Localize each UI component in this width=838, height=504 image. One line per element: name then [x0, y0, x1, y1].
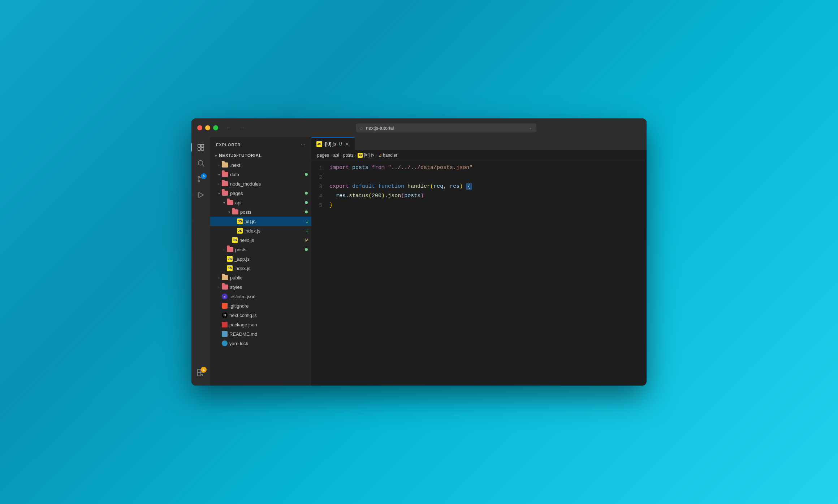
svg-rect-11 [198, 373, 201, 376]
public-folder-icon [222, 275, 228, 280]
js-file-icon: JS [232, 237, 238, 243]
code-line-2: 2 [311, 173, 647, 182]
sidebar-item-public[interactable]: public [210, 273, 311, 282]
activity-bar: 6 1 [191, 137, 210, 386]
spacer [216, 294, 222, 299]
traffic-lights [197, 125, 218, 130]
extensions-badge: 1 [201, 367, 207, 373]
sidebar-item-app-js[interactable]: JS _app.js [210, 254, 311, 264]
search-activity-icon[interactable] [194, 156, 208, 170]
line-content-2 [329, 173, 647, 182]
breadcrumb-api: api [333, 153, 339, 158]
tab-label: [id].js [325, 141, 336, 147]
title-bar: ← → ⌕ nextjs-tutorial ⌄ [191, 118, 647, 137]
svg-point-6 [198, 176, 200, 178]
sidebar-more-button[interactable]: ··· [301, 142, 306, 148]
yarn-lock-label: yarn.lock [229, 341, 248, 346]
maximize-button[interactable] [213, 125, 218, 130]
index-js-posts-label: index.js [245, 228, 260, 234]
line-content-1: import posts from "../../../data/posts.j… [329, 164, 647, 172]
root-chevron [213, 153, 219, 158]
spacer [216, 312, 222, 318]
line-number-5: 5 [311, 201, 329, 209]
tab-js-icon: JS [316, 141, 322, 147]
sidebar-item-yarn-lock[interactable]: yarn.lock [210, 339, 311, 348]
sidebar-header: EXPLORER ··· [210, 137, 311, 151]
extensions-activity-icon[interactable]: 1 [194, 365, 208, 380]
pkg-file-icon [222, 322, 228, 327]
main-layout: 6 1 EXPLORER ··· [191, 137, 647, 386]
close-button[interactable] [197, 125, 202, 130]
svg-rect-13 [198, 369, 201, 373]
git-badge: 6 [201, 173, 207, 179]
explorer-activity-icon[interactable] [194, 140, 208, 155]
spacer [231, 218, 237, 224]
pages-folder-icon [222, 191, 228, 196]
forward-button[interactable]: → [237, 124, 247, 132]
next-config-label: next.config.js [229, 313, 257, 318]
git-activity-icon[interactable]: 6 [194, 172, 208, 186]
posts-pages-dot [305, 248, 308, 251]
sidebar-item-index-js-posts[interactable]: JS index.js U [210, 226, 311, 235]
root-folder[interactable]: NEXTJS-TUTORIAL [210, 151, 311, 160]
spacer [216, 331, 222, 337]
sidebar-item-hello-js[interactable]: JS hello.js M [210, 235, 311, 245]
sidebar-item-id-js[interactable]: JS [id].js U [210, 217, 311, 226]
sidebar-item-next[interactable]: .next [210, 160, 311, 170]
tab-close-button[interactable]: ✕ [345, 142, 349, 147]
breadcrumb-file: JS[id].js [358, 152, 374, 158]
svg-rect-2 [198, 148, 200, 150]
line-content-4: res.status(200).json(posts) [329, 192, 647, 200]
sidebar-item-index-js-pages[interactable]: JS index.js [210, 264, 311, 273]
minimize-button[interactable] [205, 125, 210, 130]
js-file-icon: JS [237, 218, 243, 224]
posts-pages-label: posts [235, 247, 246, 252]
svg-rect-3 [201, 148, 204, 150]
spacer [216, 322, 222, 327]
sidebar-item-pages[interactable]: pages [210, 188, 311, 198]
tab-id-js[interactable]: JS [id].js U ✕ [311, 137, 355, 150]
tab-bar: JS [id].js U ✕ [311, 137, 647, 150]
chevron-down-icon: ⌄ [529, 126, 532, 130]
sidebar-item-node-modules[interactable]: node_modules [210, 179, 311, 188]
hello-js-label: hello.js [239, 238, 254, 243]
search-value: nextjs-tutorial [366, 125, 394, 131]
sidebar: EXPLORER ··· NEXTJS-TUTORIAL .next [210, 137, 311, 386]
code-editor[interactable]: 1 import posts from "../../../data/posts… [311, 160, 647, 386]
sidebar-item-api[interactable]: api [210, 198, 311, 207]
sidebar-item-package-json[interactable]: package.json [210, 320, 311, 329]
back-button[interactable]: ← [224, 124, 234, 132]
breadcrumb-sep-2: › [340, 153, 342, 157]
sidebar-item-eslintrc[interactable]: E .eslintrc.json [210, 292, 311, 301]
line-number-2: 2 [311, 173, 329, 181]
eslintrc-label: .eslintrc.json [229, 294, 255, 299]
api-folder-label: api [235, 200, 241, 205]
node-modules-folder-icon [222, 181, 228, 186]
sidebar-item-data[interactable]: data [210, 170, 311, 179]
js-file-icon: JS [227, 265, 233, 271]
title-search[interactable]: ⌕ nextjs-tutorial ⌄ [356, 123, 536, 132]
sidebar-item-readme[interactable]: README.md [210, 329, 311, 339]
sidebar-item-posts-pages[interactable]: posts [210, 245, 311, 254]
sidebar-item-next-config[interactable]: N next.config.js [210, 310, 311, 320]
run-activity-icon[interactable] [194, 188, 208, 202]
js-file-icon: JS [237, 228, 243, 234]
sidebar-item-styles[interactable]: styles [210, 282, 311, 292]
api-folder-icon [227, 200, 233, 205]
code-line-5: 5 } [311, 201, 647, 210]
app-js-label: _app.js [234, 256, 250, 262]
svg-line-5 [202, 165, 204, 166]
file-tree: .next data node_modules [210, 160, 311, 386]
posts-api-folder-icon [232, 209, 238, 214]
vscode-window: ← → ⌕ nextjs-tutorial ⌄ [191, 118, 647, 386]
id-js-label: [id].js [245, 219, 255, 224]
chevron-right-icon [216, 284, 222, 290]
public-folder-label: public [230, 275, 242, 281]
chevron-right-icon [216, 181, 222, 187]
sidebar-title: EXPLORER [216, 143, 241, 147]
breadcrumb-sep-3: › [355, 153, 357, 157]
package-json-label: package.json [229, 322, 257, 327]
yarn-file-icon [222, 340, 228, 346]
sidebar-item-gitignore[interactable]: .gitignore [210, 301, 311, 310]
sidebar-item-posts-folder[interactable]: posts [210, 207, 311, 217]
